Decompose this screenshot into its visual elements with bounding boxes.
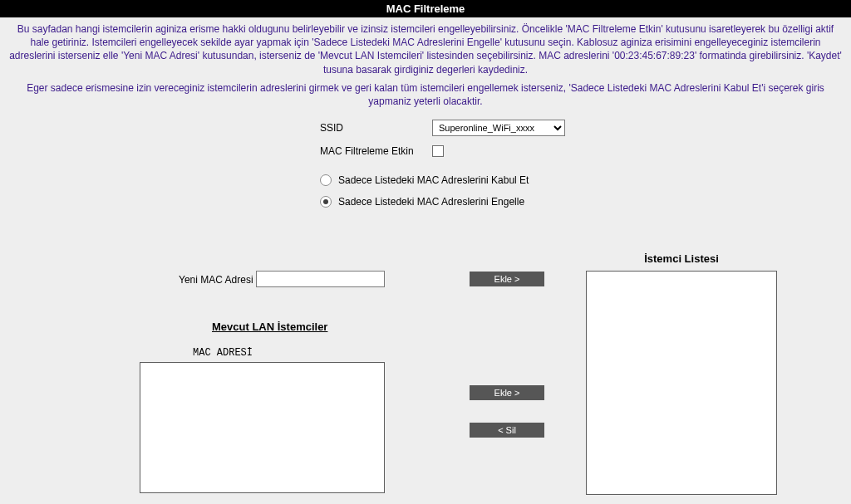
radio-allow-label: Sadece Listedeki MAC Adreslerini Kabul E… xyxy=(338,174,529,186)
page-title-bar: MAC Filtreleme xyxy=(0,0,851,17)
mac-filter-label: MAC Filtreleme Etkin xyxy=(320,145,432,157)
client-list-box[interactable] xyxy=(586,271,777,495)
client-list-title: İstemci Listesi xyxy=(586,252,777,265)
radio-deny[interactable] xyxy=(320,196,332,208)
ssid-label: SSID xyxy=(320,122,432,134)
radio-deny-label: Sadece Listedeki MAC Adreslerini Engelle xyxy=(338,196,524,208)
delete-button[interactable]: < Sil xyxy=(470,423,544,438)
ssid-select[interactable]: Superonline_WiFi_xxxx xyxy=(432,120,565,136)
add-lan-client-button[interactable]: Ekle > xyxy=(470,385,544,400)
lan-clients-box[interactable] xyxy=(140,362,385,493)
intro-paragraph-1: Bu sayfadan hangi istemcilerin aginiza e… xyxy=(7,22,844,76)
lists-area: İstemci Listesi Yeni MAC Adresi Ekle > M… xyxy=(0,252,851,504)
page-title: MAC Filtreleme xyxy=(386,2,465,15)
new-mac-input[interactable] xyxy=(256,271,385,287)
settings-area: SSID Superonline_WiFi_xxxx MAC Filtrelem… xyxy=(320,115,851,213)
intro-text: Bu sayfadan hangi istemcilerin aginiza e… xyxy=(0,17,851,115)
mac-address-column-header: MAC ADRESİ xyxy=(193,347,253,359)
new-mac-label: Yeni MAC Adresi xyxy=(179,274,253,286)
add-new-mac-button[interactable]: Ekle > xyxy=(470,272,544,286)
lan-clients-title: Mevcut LAN İstemciler xyxy=(212,321,327,333)
radio-allow[interactable] xyxy=(320,174,332,186)
intro-paragraph-2: Eger sadece erismesine izin vereceginiz … xyxy=(7,81,844,108)
mac-filter-checkbox[interactable] xyxy=(432,145,444,157)
